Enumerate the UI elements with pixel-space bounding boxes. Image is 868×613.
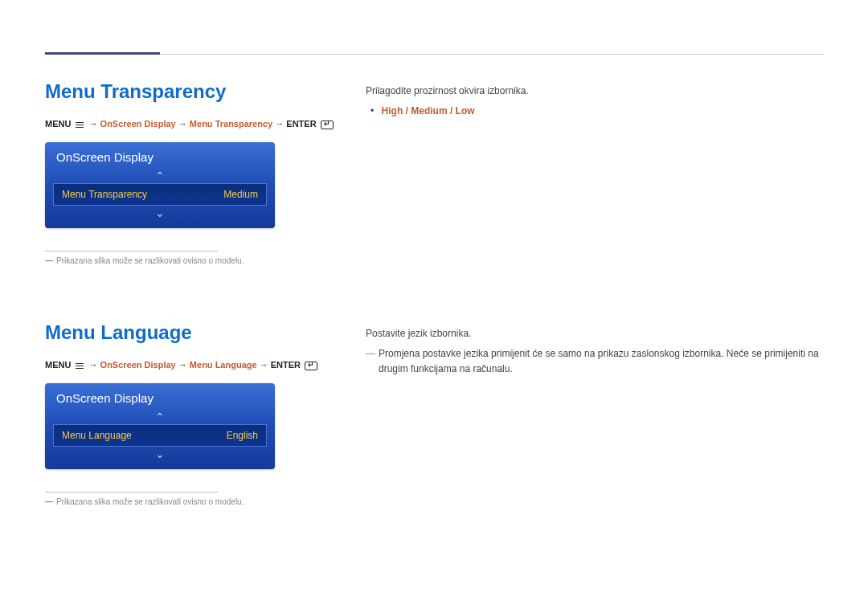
enter-icon <box>321 121 334 129</box>
breadcrumb: MENU → OnScreen Display → Menu Transpare… <box>45 119 334 129</box>
breadcrumb-menu-label: MENU <box>45 119 71 129</box>
osd-preview-box: OnScreen Display Menu Transparency Mediu… <box>45 142 275 228</box>
breadcrumb-arrow: → <box>275 119 284 129</box>
note-dash: ― <box>366 346 375 377</box>
osd-down-arrow[interactable] <box>45 206 275 220</box>
footnote: ―Prikazana slika može se razlikovati ovi… <box>45 497 334 506</box>
breadcrumb-arrow: → <box>89 360 98 370</box>
header-divider <box>45 54 824 55</box>
osd-header: OnScreen Display <box>45 383 275 410</box>
note-text: Promjena postavke jezika primijenit će s… <box>379 346 824 377</box>
description-note: ― Promjena postavke jezika primijenit će… <box>366 346 824 377</box>
breadcrumb-part-onscreen: OnScreen Display <box>100 119 176 129</box>
breadcrumb-menu-label: MENU <box>45 360 71 370</box>
footnote-text: Prikazana slika može se razlikovati ovis… <box>56 497 244 506</box>
footnote-divider <box>45 251 218 251</box>
header-divider-accent <box>45 52 160 55</box>
osd-preview-box: OnScreen Display Menu Language English <box>45 383 275 469</box>
description-text: Postavite jezik izbornika. <box>366 326 824 341</box>
osd-row-label: Menu Transparency <box>62 189 147 200</box>
menu-icon <box>75 121 84 129</box>
footnote-text: Prikazana slika može se razlikovati ovis… <box>56 256 244 265</box>
chevron-up-icon <box>45 411 275 423</box>
breadcrumb-arrow: → <box>178 360 187 370</box>
footnote-divider <box>45 492 218 492</box>
breadcrumb-arrow: → <box>260 360 268 370</box>
menu-icon <box>75 362 84 370</box>
option-high: High <box>382 105 403 116</box>
footnote-dash: ― <box>45 497 53 506</box>
breadcrumb-arrow: → <box>89 119 98 129</box>
section-menu-language: Menu Language MENU → OnScreen Display → … <box>45 321 334 506</box>
osd-row-value: Medium <box>223 189 258 200</box>
section-menu-transparency: Menu Transparency MENU → OnScreen Displa… <box>45 80 334 265</box>
osd-selected-row[interactable]: Menu Language English <box>53 424 267 447</box>
breadcrumb-part-onscreen: OnScreen Display <box>100 360 176 370</box>
osd-header: OnScreen Display <box>45 142 275 169</box>
chevron-down-icon <box>45 448 275 460</box>
osd-down-arrow[interactable] <box>45 447 275 461</box>
section-menu-language-desc: Postavite jezik izbornika. ― Promjena po… <box>366 326 824 378</box>
breadcrumb-enter-label: ENTER <box>271 360 301 370</box>
section-title: Menu Language <box>45 321 334 344</box>
osd-row-label: Menu Language <box>62 430 132 441</box>
description-text: Prilagodite prozirnost okvira izbornika. <box>366 84 824 99</box>
breadcrumb-part-menu-transparency: Menu Transparency <box>190 119 272 129</box>
section-menu-transparency-desc: Prilagodite prozirnost okvira izbornika.… <box>366 84 824 119</box>
breadcrumb-arrow: → <box>178 119 187 129</box>
breadcrumb-enter-label: ENTER <box>286 119 316 129</box>
option-sep: / <box>403 105 411 116</box>
osd-up-arrow[interactable] <box>45 410 275 424</box>
enter-icon <box>305 362 317 370</box>
option-medium: Medium <box>411 105 447 116</box>
breadcrumb: MENU → OnScreen Display → Menu Language … <box>45 360 334 370</box>
osd-up-arrow[interactable] <box>45 169 275 183</box>
footnote-dash: ― <box>45 256 53 265</box>
osd-row-value: English <box>227 430 258 441</box>
options-line: • High / Medium / Low <box>366 104 824 119</box>
option-low: Low <box>456 105 475 116</box>
chevron-up-icon <box>45 170 275 182</box>
osd-selected-row[interactable]: Menu Transparency Medium <box>53 183 267 206</box>
chevron-down-icon <box>45 207 275 219</box>
bullet-dot: • <box>371 105 374 116</box>
footnote: ―Prikazana slika može se razlikovati ovi… <box>45 256 334 265</box>
option-sep: / <box>448 105 456 116</box>
section-title: Menu Transparency <box>45 80 334 103</box>
breadcrumb-part-menu-language: Menu Language <box>190 360 257 370</box>
